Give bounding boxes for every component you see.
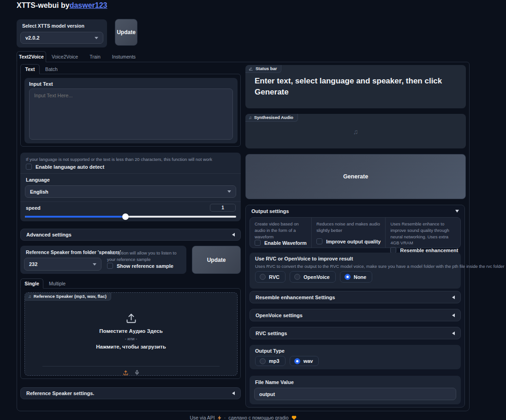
resemble-settings-accordion[interactable]: Resemble enhancement Settings	[250, 291, 461, 303]
tab-multiple[interactable]: Multiple	[49, 278, 65, 288]
or-hint: - или -	[125, 337, 137, 341]
chevron-down-icon	[227, 190, 231, 193]
upload-source-icon[interactable]	[123, 370, 129, 376]
rvc-radio-group: RVC OpenVoice None	[255, 271, 372, 283]
upload-icon	[125, 312, 137, 325]
text-tab-panel: Input Text	[20, 74, 241, 147]
rvc-settings-label: RVC settings	[256, 331, 287, 336]
radio-rvc-label: RVC	[269, 274, 280, 280]
accordion-collapsed-icon	[452, 314, 455, 317]
model-update-button[interactable]: Update	[115, 19, 137, 46]
quality-label: Improve output quality	[326, 239, 381, 244]
rvc-settings-accordion[interactable]: RVC settings	[250, 327, 461, 339]
built-with-gradio-link[interactable]: сделано с помощью gradio	[228, 415, 288, 420]
language-value: English	[30, 189, 48, 195]
radio-selected-icon	[345, 274, 351, 280]
accordion-collapsed-icon	[232, 391, 235, 395]
radio-rvc[interactable]: RVC	[255, 271, 286, 283]
radio-mp3-label: mp3	[269, 358, 280, 364]
model-select-group: Select XTTS model version v2.0.2	[17, 19, 107, 47]
author-link[interactable]: daswer123	[70, 1, 107, 9]
reference-folder-dropdown[interactable]: 232	[24, 258, 101, 271]
radio-circle-icon	[260, 358, 266, 364]
resemble-option: Uses Resemble enhance to improve sound q…	[386, 218, 463, 248]
input-text-textarea[interactable]	[29, 89, 233, 140]
radio-openvoice-label: OpenVoice	[304, 274, 330, 280]
model-version-value: v2.0.2	[25, 35, 40, 41]
tab-train[interactable]: Train	[89, 54, 101, 59]
radio-circle-icon	[260, 274, 266, 280]
auto-detect-row: Enable language auto detect	[26, 164, 104, 170]
synthesised-audio-panel: ♫ Synthesised Audio ♫	[245, 114, 466, 148]
divider	[20, 201, 241, 202]
auto-detect-label: Enable language auto detect	[36, 164, 104, 170]
speed-label: speed	[26, 205, 41, 211]
slider-thumb[interactable]	[122, 213, 129, 220]
speed-value-input[interactable]: 1	[210, 204, 236, 212]
waveform-info: Create video based on audio in the form …	[255, 221, 307, 240]
tab-text[interactable]: Text	[20, 64, 40, 74]
main-tab-bar: Voice2Voice Train Instuments	[52, 51, 136, 62]
reference-settings-label: Reference Speaker settings.	[26, 390, 94, 396]
tab-instuments[interactable]: Instuments	[112, 54, 136, 59]
speed-slider[interactable]	[25, 213, 236, 220]
single-tab-panel: ♫ Reference Speaker (mp3, wav, flac) Пом…	[20, 288, 241, 379]
language-dropdown[interactable]: English	[25, 185, 236, 198]
language-label: Language	[26, 177, 50, 183]
waveform-label: Enable Waveform	[264, 240, 307, 246]
audio-source-bar	[25, 369, 237, 376]
show-sample-checkbox[interactable]	[107, 263, 113, 269]
use-via-api-link[interactable]: Use via API	[190, 415, 214, 420]
reference-settings-accordion[interactable]: Reference Speaker settings.	[20, 387, 241, 399]
status-bar-panel: Status bar Enter text, select language a…	[245, 65, 466, 108]
output-type-radio-group: mp3 wav	[255, 356, 319, 366]
radio-none[interactable]: None	[340, 271, 373, 283]
rvc-group-info: Uses RVC to convert the output to the RV…	[255, 263, 457, 270]
page-title-text: XTTS-webui by	[17, 1, 70, 9]
gradio-heart-icon	[292, 415, 297, 420]
quality-checkbox[interactable]	[316, 238, 322, 244]
radio-none-label: None	[354, 274, 367, 280]
lightning-icon	[218, 415, 221, 420]
auto-detect-checkbox[interactable]	[26, 164, 32, 170]
model-version-dropdown[interactable]: v2.0.2	[20, 32, 103, 44]
microphone-icon[interactable]	[134, 369, 140, 376]
page-title: XTTS-webui bydaswer123	[17, 1, 107, 10]
output-options-box: Create video based on audio in the form …	[250, 217, 461, 248]
accordion-expanded-icon	[455, 210, 459, 213]
audio-placeholder-note-icon: ♫	[245, 128, 466, 136]
divider	[20, 173, 241, 174]
generate-button[interactable]: Generate	[245, 154, 466, 199]
advanced-settings-accordion[interactable]: Advanced settings	[20, 229, 241, 241]
chevron-down-icon	[95, 37, 98, 39]
file-name-input[interactable]	[254, 388, 456, 400]
rvc-group-title: Use RVC or OpenVoice to improve result	[255, 256, 353, 261]
tab-voice2voice[interactable]: Voice2Voice	[52, 54, 78, 59]
resemble-label: Resemble enhancement	[400, 248, 458, 253]
tab-batch[interactable]: Batch	[45, 64, 58, 74]
reference-audio-chip: ♫ Reference Speaker (mp3, wav, flac)	[25, 293, 111, 301]
footer-separator: ·	[224, 415, 226, 420]
output-settings-label: Output settings	[251, 208, 289, 214]
status-bar-label: Status bar	[256, 66, 277, 71]
reference-audio-dropzone[interactable]: ♫ Reference Speaker (mp3, wav, flac) Пом…	[24, 292, 238, 376]
radio-mp3[interactable]: mp3	[255, 356, 286, 366]
tab-text2voice[interactable]: Text2Voice	[17, 51, 46, 62]
radio-wav[interactable]: wav	[290, 356, 319, 366]
synthesised-audio-label: Synthesised Audio	[254, 115, 293, 120]
resemble-settings-label: Resemble enhancement Settings	[256, 295, 335, 300]
input-text-label: Input Text	[29, 81, 53, 87]
openvoice-settings-accordion[interactable]: OpenVoice settings	[250, 309, 461, 321]
output-type-label: Output Type	[255, 348, 285, 354]
rvc-openvoice-group: Use RVC or OpenVoice to improve result U…	[250, 253, 461, 289]
reference-update-button[interactable]: Update	[192, 246, 241, 274]
openvoice-settings-label: OpenVoice settings	[256, 313, 303, 318]
click-hint: Нажмите, чтобы загрузить	[96, 344, 166, 349]
upload-hint-block: Поместите Аудио Здесь - или - Нажмите, ч…	[25, 312, 237, 349]
output-settings-header[interactable]: Output settings	[251, 208, 459, 214]
radio-openvoice[interactable]: OpenVoice	[290, 271, 336, 283]
language-group: If your language is not supported or the…	[20, 153, 241, 221]
waveform-checkbox[interactable]	[255, 240, 261, 246]
tab-single[interactable]: Single	[20, 278, 43, 289]
status-bar-chip: Status bar	[245, 65, 281, 73]
